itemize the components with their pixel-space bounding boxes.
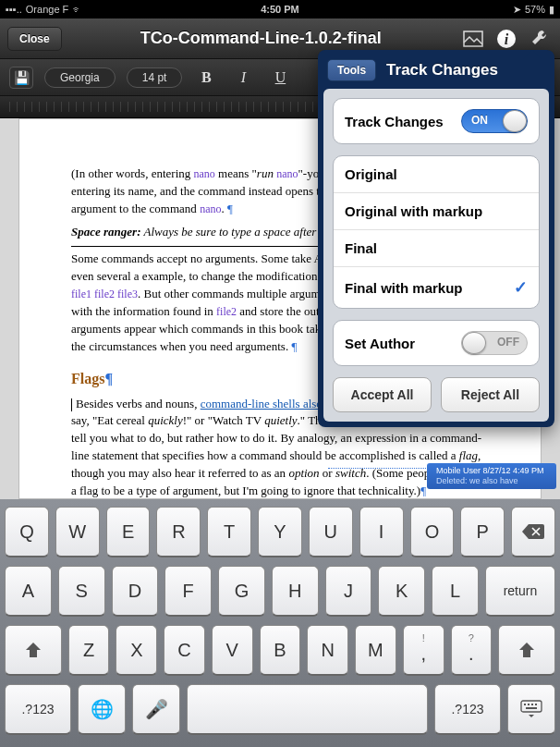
svg-rect-3 (521, 701, 542, 712)
key-row-3: Z X C V B N M !, ?. (5, 625, 555, 676)
svg-rect-7 (535, 704, 537, 705)
location-icon: ➤ (513, 4, 521, 16)
text-cursor (71, 398, 72, 411)
view-option-original-markup[interactable]: Original with markup (334, 193, 539, 230)
key-c[interactable]: C (164, 625, 205, 676)
key-period[interactable]: ?. (451, 625, 493, 676)
underline-button[interactable]: U (267, 69, 293, 86)
key-r[interactable]: R (156, 507, 201, 557)
key-u[interactable]: U (309, 507, 353, 557)
font-size-selector[interactable]: 14 pt (127, 67, 183, 88)
change-connector (328, 468, 428, 469)
view-option-final[interactable]: Final (334, 230, 539, 267)
key-l[interactable]: L (432, 566, 479, 617)
key-shift[interactable] (5, 625, 62, 676)
italic-button[interactable]: I (230, 69, 256, 86)
pilcrow-icon: ¶ (291, 339, 297, 353)
checkmark-icon: ✓ (514, 277, 528, 298)
key-m[interactable]: M (355, 625, 396, 676)
key-x[interactable]: X (116, 625, 157, 676)
change-description: Deleted: we also have (436, 476, 549, 486)
key-backspace[interactable] (511, 507, 555, 557)
svg-rect-5 (528, 704, 530, 705)
key-numbers-right[interactable]: .?123 (434, 684, 501, 735)
pilcrow-icon: ¶ (104, 371, 113, 386)
key-q[interactable]: Q (5, 507, 49, 557)
image-icon[interactable] (460, 26, 486, 52)
view-option-original[interactable]: Original (334, 156, 539, 193)
battery-label: 57% (525, 4, 545, 15)
key-o[interactable]: O (410, 507, 455, 557)
status-bar: ▪▪▪.. Orange F ᯤ 4:50 PM ➤ 57% ▮ (0, 0, 560, 18)
key-row-1: Q W E R T Y U I O P (5, 507, 555, 557)
key-globe[interactable]: 🌐 (78, 684, 126, 735)
key-t[interactable]: T (207, 507, 251, 557)
document-title: TCo-Command-Line-1.0.2-final (69, 29, 453, 48)
key-y[interactable]: Y (258, 507, 302, 557)
key-n[interactable]: N (307, 625, 348, 676)
key-dictation[interactable]: 🎤 (132, 684, 180, 735)
accept-all-button[interactable]: Accept All (333, 377, 432, 412)
key-z[interactable]: Z (68, 625, 110, 676)
clock: 4:50 PM (189, 4, 371, 15)
change-bubble[interactable]: Mobile User 8/27/12 4:49 PM Deleted: we … (427, 463, 556, 489)
wifi-icon: ᯤ (72, 4, 82, 15)
svg-text:i: i (505, 31, 509, 47)
key-j[interactable]: J (325, 566, 372, 617)
key-space[interactable] (187, 684, 428, 735)
key-row-2: A S D F G H J K L return (5, 566, 555, 617)
close-button[interactable]: Close (7, 27, 62, 51)
popover-title: Track Changes (339, 61, 545, 80)
battery-icon: ▮ (549, 4, 554, 16)
set-author-toggle[interactable]: OFF (461, 331, 528, 355)
key-row-4: .?123 🌐 🎤 .?123 (5, 684, 555, 735)
keyboard: Q W E R T Y U I O P A S D F G H J K L re… (0, 499, 560, 747)
pilcrow-icon: ¶ (227, 202, 233, 215)
key-b[interactable]: B (260, 625, 301, 676)
key-hide-keyboard[interactable] (507, 684, 555, 735)
view-option-final-markup[interactable]: Final with markup✓ (334, 267, 539, 308)
key-h[interactable]: H (272, 566, 319, 617)
key-g[interactable]: G (218, 566, 265, 617)
bold-button[interactable]: B (193, 69, 219, 86)
key-a[interactable]: A (5, 566, 52, 617)
pilcrow-icon: ¶ (420, 484, 426, 497)
key-s[interactable]: S (58, 566, 105, 617)
key-shift-right[interactable] (498, 625, 555, 676)
key-p[interactable]: P (460, 507, 505, 557)
signal-icon: ▪▪▪.. (6, 4, 22, 15)
change-author-time: Mobile User 8/27/12 4:49 PM (436, 466, 549, 476)
svg-rect-6 (531, 704, 533, 705)
key-f[interactable]: F (164, 566, 212, 617)
key-k[interactable]: K (378, 566, 425, 617)
track-changes-popover: Tools Track Changes Track Changes ON Ori… (318, 50, 554, 427)
track-changes-toggle[interactable]: ON (461, 109, 528, 133)
reject-all-button[interactable]: Reject All (441, 377, 540, 412)
key-v[interactable]: V (212, 625, 253, 676)
svg-rect-4 (524, 704, 526, 705)
key-e[interactable]: E (106, 507, 151, 557)
info-icon[interactable]: i (493, 26, 519, 52)
key-w[interactable]: W (55, 507, 100, 557)
save-icon[interactable]: 💾 (9, 67, 33, 89)
carrier-label: Orange F (26, 4, 68, 15)
toggle-knob (462, 332, 486, 354)
toggle-knob (503, 110, 527, 132)
key-return[interactable]: return (485, 566, 555, 617)
svg-rect-8 (526, 707, 537, 709)
key-d[interactable]: D (112, 566, 159, 617)
key-i[interactable]: I (359, 507, 404, 557)
font-selector[interactable]: Georgia (44, 67, 116, 88)
track-changes-toggle-row: Track Changes ON (334, 99, 539, 143)
key-comma[interactable]: !, (403, 625, 444, 676)
set-author-row[interactable]: Set Author OFF (334, 321, 539, 365)
key-numbers[interactable]: .?123 (5, 684, 71, 735)
